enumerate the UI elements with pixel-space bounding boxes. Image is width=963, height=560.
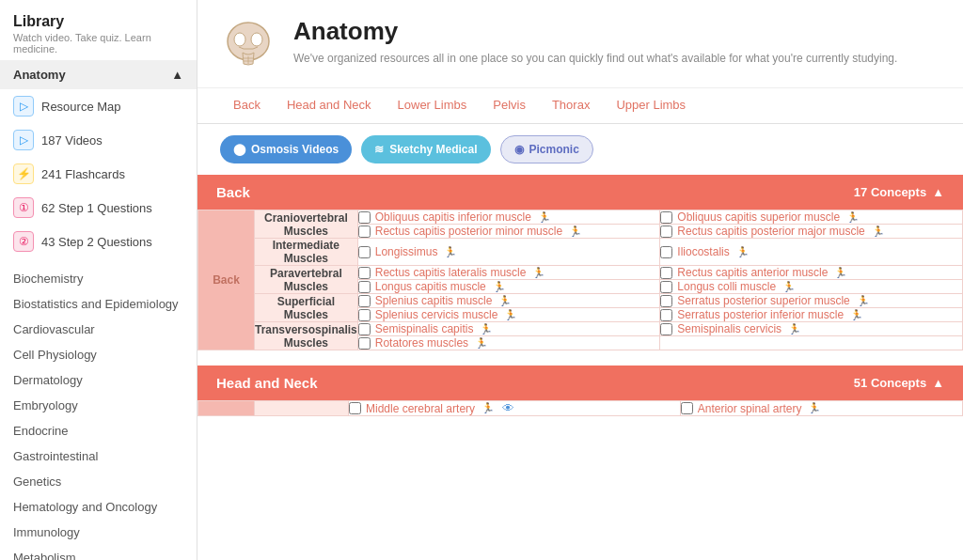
- osmosis-icon: ⬤: [233, 143, 245, 156]
- splenius-capitis-check[interactable]: [358, 295, 371, 307]
- table-row: Transversospinalis Muscles Semispinalis …: [198, 322, 963, 336]
- figure-icon: 🏃: [857, 295, 870, 307]
- concept-cell: Obliquus capitis inferior muscle 🏃: [357, 210, 660, 225]
- concept-label: Serratus posterior inferior muscle: [677, 308, 844, 321]
- head-neck-concepts-count: 51 Concepts ▲: [854, 376, 944, 390]
- sidebar-item-embryology[interactable]: Embryology: [0, 393, 197, 418]
- anatomy-category-header[interactable]: Anatomy ▲: [0, 60, 197, 89]
- table-row: Paravertebral Muscles Rectus capitis lat…: [198, 266, 963, 280]
- head-neck-row-label: [198, 401, 255, 416]
- chevron-up-icon: ▲: [932, 185, 944, 199]
- concept-cell: [660, 336, 963, 350]
- concept-label: Rectus capitis posterior major muscle: [677, 225, 864, 238]
- sidebar-item-step2[interactable]: ② 43 Step 2 Questions: [0, 225, 197, 258]
- concept-label: Anterior spinal artery: [698, 402, 802, 415]
- longus-colli-check[interactable]: [660, 281, 672, 293]
- osmosis-button[interactable]: ⬤ Osmosis Videos: [220, 135, 352, 163]
- sidebar-item-cell-physiology[interactable]: Cell Physiology: [0, 342, 197, 367]
- anterior-spinal-check[interactable]: [681, 402, 693, 414]
- picmonic-button[interactable]: ◉ Picmonic: [500, 135, 593, 163]
- tab-back[interactable]: Back: [220, 88, 274, 123]
- sidebar-item-genetics[interactable]: Genetics: [0, 469, 197, 494]
- middle-cerebral-check[interactable]: [349, 402, 361, 414]
- serratus-post-sup-check[interactable]: [660, 295, 672, 307]
- concept-label: Longus colli muscle: [677, 280, 776, 293]
- tab-pelvis[interactable]: Pelvis: [480, 88, 539, 123]
- obliquus-inferior-check[interactable]: [358, 211, 371, 224]
- sidebar-item-hematology[interactable]: Hematology and Oncology: [0, 494, 197, 520]
- concept-label: Longus capitis muscle: [375, 280, 486, 293]
- figure-icon: 🏃: [850, 309, 863, 321]
- step2-label: 43 Step 2 Questions: [41, 235, 152, 249]
- sidebar-item-biostatistics[interactable]: Biostatistics and Epidemiology: [0, 291, 197, 317]
- rectus-ant-check[interactable]: [660, 267, 672, 279]
- table-row: Intermediate Muscles Longissimus 🏃 Ilioc…: [198, 239, 963, 266]
- main-header: Anatomy We've organized resources all in…: [197, 0, 963, 88]
- intermediate-label: Intermediate Muscles: [255, 239, 358, 266]
- resource-map-icon: ▷: [13, 96, 34, 117]
- rectus-post-major-check[interactable]: [660, 226, 672, 238]
- concept-label: Middle cerebral artery: [366, 402, 475, 415]
- tab-thorax[interactable]: Thorax: [539, 88, 603, 123]
- concept-label: Rotatores muscles: [375, 336, 468, 350]
- sidebar-item-videos[interactable]: ▷ 187 Videos: [0, 123, 197, 157]
- semispinalis-capitis-check[interactable]: [358, 323, 371, 335]
- sidebar-item-biochemistry[interactable]: Biochemistry: [0, 266, 197, 291]
- concept-cell: Rectus capitis posterior major muscle 🏃: [660, 225, 963, 239]
- sidebar-item-flashcards[interactable]: ⚡ 241 Flashcards: [0, 157, 197, 191]
- back-row-label: Back: [198, 210, 255, 350]
- sidebar-item-dermatology[interactable]: Dermatology: [0, 367, 197, 393]
- rectus-lat-check[interactable]: [358, 267, 371, 279]
- back-section-title: Back: [216, 184, 250, 200]
- serratus-post-inf-check[interactable]: [660, 309, 672, 321]
- tab-upper-limbs[interactable]: Upper Limbs: [603, 88, 699, 123]
- anatomy-label: Anatomy: [13, 68, 66, 82]
- figure-icon: 🏃: [493, 281, 506, 293]
- figure-icon: 🏃: [504, 309, 517, 321]
- figure-icon: 🏃: [482, 402, 495, 414]
- concept-cell: Rotatores muscles 🏃: [357, 336, 660, 350]
- concept-cell: Longissimus 🏃: [357, 239, 660, 266]
- longissimus-check[interactable]: [358, 246, 371, 258]
- sidebar-item-gastrointestinal[interactable]: Gastrointestinal: [0, 443, 197, 469]
- sidebar-item-cardiovascular[interactable]: Cardiovascular: [0, 317, 197, 342]
- semispinalis-cervicis-check[interactable]: [660, 323, 672, 335]
- sketchy-button[interactable]: ≋ Sketchy Medical: [361, 135, 490, 163]
- sidebar-item-step1[interactable]: ① 62 Step 1 Questions: [0, 191, 197, 225]
- longus-capitis-check[interactable]: [358, 281, 371, 293]
- concept-label: Serratus posterior superior muscle: [677, 294, 849, 307]
- concept-cell: Serratus posterior inferior muscle 🏃: [660, 308, 963, 322]
- concept-label: Iliocostalis: [677, 245, 729, 258]
- sidebar-item-immunology[interactable]: Immunology: [0, 520, 197, 545]
- osmosis-label: Osmosis Videos: [251, 143, 339, 156]
- obliquus-superior-check[interactable]: [660, 211, 672, 224]
- splenius-cervicis-check[interactable]: [358, 309, 371, 321]
- rectus-post-minor-check[interactable]: [358, 226, 371, 238]
- sidebar-item-metabolism[interactable]: Metabolism: [0, 545, 197, 560]
- concept-label: Longissimus: [375, 245, 438, 258]
- head-neck-table: Middle cerebral artery 🏃 👁 Anterior spin…: [197, 400, 963, 416]
- main-title-section: Anatomy We've organized resources all in…: [293, 17, 897, 67]
- sidebar-item-endocrine[interactable]: Endocrine: [0, 418, 197, 443]
- iliocostalis-check[interactable]: [660, 246, 672, 258]
- picmonic-icon: ◉: [514, 143, 524, 156]
- concept-cell: Longus capitis muscle 🏃: [357, 280, 660, 294]
- tab-lower-limbs[interactable]: Lower Limbs: [385, 88, 481, 123]
- flashcards-label: 241 Flashcards: [41, 167, 125, 181]
- page-description: We've organized resources all in one pla…: [293, 50, 897, 67]
- sidebar-item-resource-map[interactable]: ▷ Resource Map: [0, 89, 197, 123]
- sidebar-header: Library Watch video. Take quiz. Learn me…: [0, 0, 197, 60]
- eye-icon[interactable]: 👁: [502, 401, 514, 415]
- concept-label: Rectus capitis anterior muscle: [677, 266, 828, 279]
- concept-cell: Rectus capitis posterior minor muscle 🏃: [357, 225, 660, 239]
- tab-head-neck[interactable]: Head and Neck: [274, 88, 385, 123]
- svg-point-1: [234, 33, 245, 46]
- concept-cell: Obliquus capitis superior muscle 🏃: [660, 210, 963, 225]
- back-section-header: Back 17 Concepts ▲: [197, 175, 963, 210]
- figure-icon: 🏃: [498, 295, 512, 307]
- concept-label: Splenius capitis muscle: [375, 294, 493, 307]
- concept-cell: Semispinalis cervicis 🏃: [660, 322, 963, 336]
- step2-icon: ②: [13, 231, 34, 252]
- rotatores-check[interactable]: [358, 337, 371, 350]
- step1-label: 62 Step 1 Questions: [41, 201, 152, 215]
